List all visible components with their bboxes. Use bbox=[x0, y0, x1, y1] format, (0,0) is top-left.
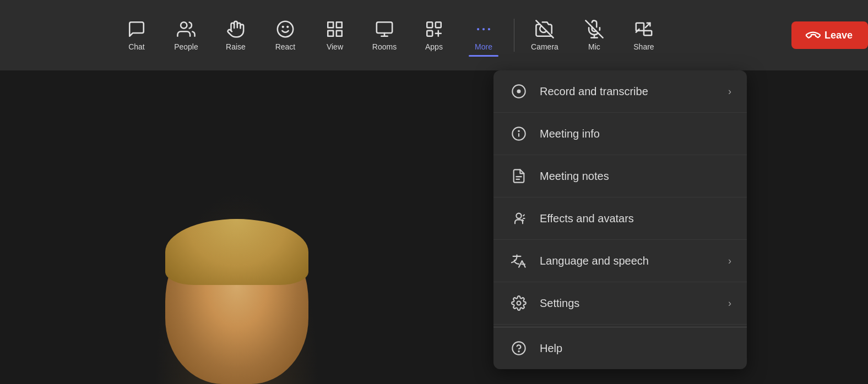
react-label: React bbox=[275, 42, 296, 51]
svg-point-14 bbox=[477, 28, 479, 30]
language-label: Language and speech bbox=[540, 255, 717, 267]
person-hair bbox=[165, 219, 308, 285]
toolbar-left: Chat People Raise React bbox=[0, 14, 780, 57]
toolbar-btn-camera[interactable]: Camera bbox=[520, 14, 569, 57]
view-label: View bbox=[327, 42, 343, 51]
leave-button[interactable]: Leave bbox=[791, 21, 868, 49]
menu-item-help[interactable]: Help bbox=[493, 327, 747, 369]
svg-rect-23 bbox=[644, 31, 652, 36]
svg-rect-22 bbox=[636, 23, 644, 31]
toolbar-btn-chat[interactable]: Chat bbox=[112, 14, 161, 57]
menu-item-meeting-info[interactable]: Meeting info bbox=[493, 113, 747, 155]
svg-rect-11 bbox=[427, 22, 432, 28]
people-icon bbox=[176, 19, 196, 39]
meeting-info-icon bbox=[509, 124, 529, 144]
apps-icon bbox=[424, 19, 444, 39]
camera-label: Camera bbox=[531, 42, 558, 51]
raise-icon bbox=[226, 19, 246, 39]
svg-rect-4 bbox=[328, 22, 333, 28]
toolbar-btn-people[interactable]: People bbox=[161, 14, 211, 57]
record-icon bbox=[509, 81, 529, 101]
rooms-icon bbox=[375, 19, 394, 39]
share-icon bbox=[634, 19, 654, 39]
mic-off-icon bbox=[584, 19, 604, 39]
mic-label: Mic bbox=[588, 42, 600, 51]
toolbar-divider bbox=[514, 19, 514, 52]
svg-rect-13 bbox=[427, 31, 432, 36]
menu-item-language[interactable]: Language and speech › bbox=[493, 240, 747, 282]
settings-chevron: › bbox=[728, 298, 731, 309]
view-icon bbox=[325, 19, 345, 39]
toolbar-btn-raise[interactable]: Raise bbox=[211, 14, 261, 57]
toolbar-btn-view[interactable]: View bbox=[310, 14, 360, 57]
menu-item-meeting-notes[interactable]: Meeting notes bbox=[493, 155, 747, 198]
chat-icon bbox=[127, 19, 147, 39]
rooms-label: Rooms bbox=[372, 42, 397, 51]
language-icon bbox=[509, 251, 529, 271]
more-label: More bbox=[475, 42, 492, 51]
react-icon bbox=[275, 19, 295, 39]
svg-rect-8 bbox=[377, 22, 392, 33]
svg-rect-7 bbox=[337, 31, 342, 36]
toolbar: Chat People Raise React bbox=[0, 0, 868, 70]
svg-rect-5 bbox=[337, 22, 342, 28]
toolbar-btn-mic[interactable]: Mic bbox=[569, 14, 619, 57]
svg-point-33 bbox=[512, 342, 525, 354]
record-chevron: › bbox=[728, 86, 731, 97]
people-label: People bbox=[174, 42, 198, 51]
settings-icon bbox=[509, 293, 529, 313]
language-chevron: › bbox=[728, 255, 731, 267]
menu-item-effects[interactable]: Effects and avatars bbox=[493, 198, 747, 240]
person-face bbox=[165, 219, 308, 384]
toolbar-btn-react[interactable]: React bbox=[261, 14, 310, 57]
toolbar-btn-share[interactable]: Share bbox=[619, 14, 669, 57]
leave-label: Leave bbox=[824, 30, 853, 41]
more-icon bbox=[474, 19, 493, 39]
dropdown-menu: Record and transcribe › Meeting info Mee… bbox=[493, 70, 747, 369]
share-label: Share bbox=[633, 42, 654, 51]
person-avatar bbox=[154, 191, 319, 384]
svg-point-0 bbox=[181, 22, 187, 28]
meeting-notes-label: Meeting notes bbox=[540, 170, 731, 183]
svg-point-32 bbox=[517, 301, 521, 305]
effects-label: Effects and avatars bbox=[540, 212, 731, 225]
toolbar-btn-rooms[interactable]: Rooms bbox=[360, 14, 409, 57]
apps-label: Apps bbox=[425, 42, 443, 51]
raise-label: Raise bbox=[226, 42, 246, 51]
svg-line-17 bbox=[536, 20, 553, 37]
settings-label: Settings bbox=[540, 297, 717, 310]
menu-item-record[interactable]: Record and transcribe › bbox=[493, 70, 747, 113]
meeting-notes-icon bbox=[509, 166, 529, 186]
help-label: Help bbox=[540, 342, 731, 355]
help-icon bbox=[509, 338, 529, 358]
meeting-info-label: Meeting info bbox=[540, 128, 731, 140]
svg-point-25 bbox=[517, 90, 521, 94]
chat-label: Chat bbox=[128, 42, 145, 51]
camera-off-icon bbox=[535, 19, 555, 39]
toolbar-btn-apps[interactable]: Apps bbox=[409, 14, 459, 57]
toolbar-btn-more[interactable]: More bbox=[459, 14, 508, 57]
svg-point-1 bbox=[278, 21, 293, 37]
menu-item-settings[interactable]: Settings › bbox=[493, 282, 747, 325]
svg-point-31 bbox=[516, 213, 521, 218]
record-label: Record and transcribe bbox=[540, 85, 717, 98]
svg-point-16 bbox=[488, 28, 490, 30]
effects-icon bbox=[509, 209, 529, 228]
svg-rect-12 bbox=[436, 22, 441, 28]
svg-rect-6 bbox=[328, 31, 333, 36]
svg-point-15 bbox=[482, 28, 485, 30]
